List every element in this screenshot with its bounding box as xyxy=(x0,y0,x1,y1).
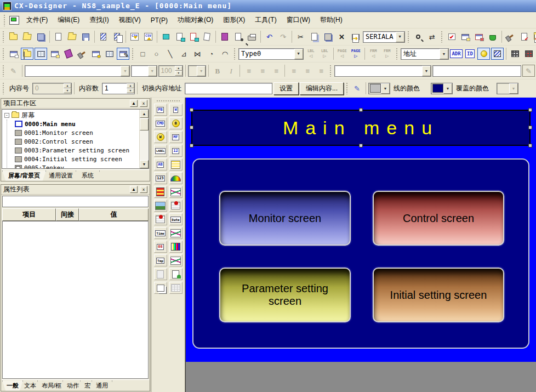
palette-frame-icon[interactable] xyxy=(154,282,167,294)
content-no-spinner[interactable]: 0 ▲▼ xyxy=(32,83,72,94)
chevron-down-icon[interactable]: ▼ xyxy=(422,66,431,76)
text-color-dropdown[interactable]: ▼ xyxy=(188,65,206,77)
grid-settings-icon[interactable] xyxy=(103,48,116,60)
edit-mode-icon[interactable]: ✎ xyxy=(117,48,129,60)
page-back-icon[interactable]: PAGE◁ xyxy=(336,48,349,60)
cut-icon[interactable]: ✂ xyxy=(294,31,307,43)
menu-view[interactable]: 视图(V) xyxy=(114,13,146,27)
edit-label-button[interactable]: ✎ xyxy=(522,65,535,77)
ellipse-tool-icon[interactable]: ○ xyxy=(150,48,163,60)
sector-tool-icon[interactable]: ◔ xyxy=(205,48,218,60)
selection-handle[interactable] xyxy=(190,108,193,112)
find-icon[interactable] xyxy=(412,31,425,43)
tree-collapse-icon[interactable]: - xyxy=(4,113,9,118)
valign-top-icon[interactable]: ≡ xyxy=(287,65,300,77)
screen-check-icon[interactable]: ✔ xyxy=(518,31,531,43)
palette-data-block-table-icon[interactable]: 08 xyxy=(154,241,167,253)
palette-document-display-icon[interactable] xyxy=(169,268,183,280)
selection-handle[interactable] xyxy=(528,144,532,147)
chevron-down-icon[interactable]: ▼ xyxy=(294,49,303,59)
new-project-icon[interactable] xyxy=(7,31,20,43)
export-component-icon[interactable] xyxy=(111,31,123,43)
spin-down-icon[interactable]: ▼ xyxy=(64,88,71,93)
spin-down-icon[interactable]: ▼ xyxy=(127,88,134,93)
chevron-down-icon[interactable]: ▼ xyxy=(443,83,452,94)
disabled-color-dropdown[interactable]: ▼ xyxy=(497,83,518,94)
chevron-down-icon[interactable]: ▼ xyxy=(121,66,129,76)
cover-color-dropdown[interactable]: ▼ xyxy=(431,83,453,94)
label-back-icon[interactable]: LBL◁ xyxy=(305,48,317,60)
palette-text-label-icon[interactable]: LABEL xyxy=(154,145,167,157)
library-icon[interactable] xyxy=(62,48,75,60)
column-item[interactable]: 项目 xyxy=(2,208,56,221)
show-id-icon[interactable]: ID xyxy=(464,48,476,60)
selection-handle[interactable] xyxy=(359,144,363,147)
monitor-screen-button[interactable]: Monitor screen xyxy=(219,191,351,246)
tree-item-screen-0002[interactable]: 0002:Control screen xyxy=(15,137,139,146)
palette-bitmap-icon[interactable] xyxy=(154,200,167,212)
rectangle-tool-icon[interactable]: □ xyxy=(136,48,149,60)
print-setup-icon[interactable] xyxy=(218,31,231,43)
chevron-down-icon[interactable]: ▼ xyxy=(396,32,404,42)
spin-up-icon[interactable]: ▲ xyxy=(175,66,183,71)
tab-layout-frame[interactable]: 布局/框 xyxy=(37,380,66,391)
set-button[interactable]: 设置 xyxy=(273,82,299,95)
line-color-dropdown[interactable]: ▼ xyxy=(368,83,390,94)
import-component-icon[interactable] xyxy=(97,31,110,43)
save-screen-icon[interactable] xyxy=(79,31,92,43)
palette-date-icon[interactable]: Date xyxy=(169,213,183,225)
line-tool-icon[interactable]: ╲ xyxy=(164,48,176,60)
switch-content-address-input[interactable] xyxy=(185,83,272,94)
palette-table-icon[interactable] xyxy=(169,282,183,294)
menubar-grip[interactable] xyxy=(3,14,6,26)
tab-action[interactable]: 动作 xyxy=(62,380,83,391)
spin-up-icon[interactable]: ▲ xyxy=(64,83,71,88)
screen-title-object[interactable]: Main menu xyxy=(191,110,531,146)
tool-window-icon[interactable] xyxy=(76,48,88,60)
align-center-icon[interactable]: ≡ xyxy=(256,65,269,77)
chevron-down-icon[interactable]: ▼ xyxy=(197,66,206,76)
close-all-screens-icon[interactable] xyxy=(473,31,486,43)
scrollbar-thumb[interactable] xyxy=(140,118,149,130)
column-indirect[interactable]: 间接 xyxy=(56,208,79,221)
transfer-settings-icon[interactable] xyxy=(201,31,213,43)
chevron-down-icon[interactable]: ▼ xyxy=(440,49,448,59)
palette-temporary-input-icon[interactable]: Tmp xyxy=(154,254,167,266)
paste-icon[interactable] xyxy=(322,31,334,43)
address-display-combo[interactable]: 地址 ▼ xyxy=(401,48,449,60)
label-forward-icon[interactable]: LBL▷ xyxy=(318,48,331,60)
menu-pt[interactable]: PT(P) xyxy=(146,14,173,26)
delete-icon[interactable]: ✕ xyxy=(335,31,348,43)
project-check-icon[interactable]: ✔ xyxy=(532,31,536,43)
screen-canvas[interactable]: Main menu Monitor screen Control screen … xyxy=(185,98,536,392)
toggle-palette-icon[interactable] xyxy=(89,48,102,60)
find-group-grip[interactable] xyxy=(407,31,410,43)
initial-setting-screen-button[interactable]: Initial setting screen xyxy=(373,268,504,322)
tree-item-screen-0001[interactable]: 0001:Monitor screen xyxy=(15,128,139,137)
panel-close-icon[interactable]: x xyxy=(140,100,147,107)
tab-system[interactable]: 系统 xyxy=(76,171,100,181)
csv-export-icon[interactable]: CSV xyxy=(128,31,141,43)
print-preview-icon[interactable] xyxy=(232,31,244,43)
frame-forward-icon[interactable]: FRM▷ xyxy=(381,48,394,60)
menu-tools[interactable]: 工具(T) xyxy=(250,13,281,27)
page-forward-icon[interactable]: PAGE▷ xyxy=(350,48,362,60)
align-left-icon[interactable]: ≡ xyxy=(242,65,255,77)
toolbar1-grip[interactable] xyxy=(2,31,5,43)
switch-window-icon[interactable] xyxy=(7,48,20,60)
address-group-grip[interactable] xyxy=(396,48,398,60)
palette-word-lamp-icon[interactable]: W xyxy=(154,131,167,143)
style-painter-icon[interactable]: ✎ xyxy=(351,82,363,94)
fill-color-icon[interactable] xyxy=(487,31,499,43)
menu-help[interactable]: 帮助(H) xyxy=(315,13,347,27)
panel-collapse-icon[interactable]: ▲ xyxy=(130,186,138,193)
redo-icon[interactable]: ↷ xyxy=(277,31,289,43)
validation-icon[interactable]: ✔ xyxy=(446,31,458,43)
open-project-icon[interactable] xyxy=(21,31,33,43)
transfer-from-pt-icon[interactable] xyxy=(173,31,186,43)
edit-content-button[interactable]: 编辑内容... xyxy=(300,82,344,95)
palette-text-display-icon[interactable] xyxy=(154,268,167,280)
font-name-combo[interactable]: ▼ xyxy=(25,65,130,77)
replace-icon[interactable]: ⇄ xyxy=(426,31,438,43)
test-tool-icon[interactable] xyxy=(459,31,472,43)
